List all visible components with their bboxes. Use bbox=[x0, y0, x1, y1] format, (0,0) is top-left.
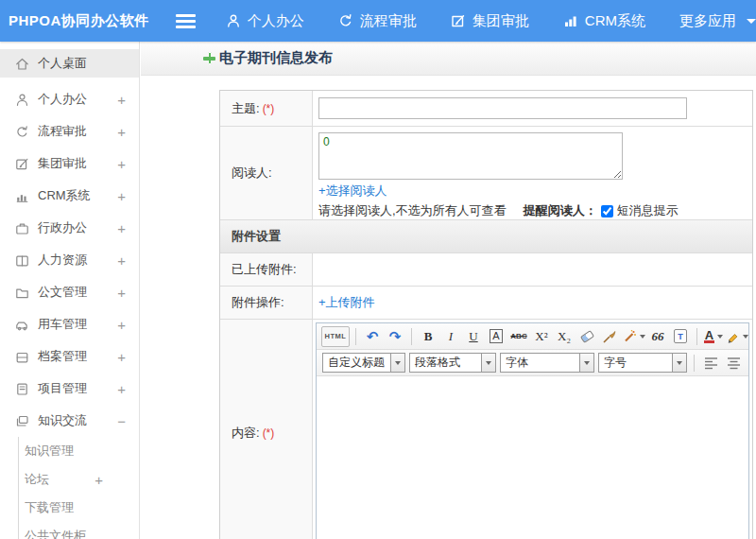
html-source-button[interactable]: HTML bbox=[321, 326, 350, 347]
book-icon bbox=[15, 253, 29, 268]
subject-row: 主题: (*) bbox=[220, 91, 752, 127]
readers-textarea[interactable]: 0 bbox=[318, 132, 623, 180]
font-style-button[interactable]: A bbox=[486, 326, 507, 347]
editor-toolbar-row1: HTML ↶ ↷ B I U A ABC X² X₂ bbox=[317, 323, 748, 350]
editor-toolbar-row2: 自定义标题 段落格式 字体 字号 bbox=[317, 350, 748, 376]
caret-down-icon bbox=[390, 354, 404, 372]
nav-workflow-approval[interactable]: 流程审批 bbox=[338, 12, 417, 30]
main-content: 电子期刊信息发布 主题: (*) 阅读人: 0 +选择阅读人 请选择阅读人,不选… bbox=[141, 42, 756, 539]
top-navigation: 个人办公 流程审批 集团审批 CRM系统 更多应用 bbox=[226, 12, 756, 30]
expand-toggle[interactable]: + bbox=[117, 188, 126, 204]
italic-button[interactable]: I bbox=[440, 326, 461, 347]
eraser-button[interactable] bbox=[576, 326, 597, 347]
heading-select[interactable]: 自定义标题 bbox=[322, 353, 405, 373]
sidebar-item-label: 行政办公 bbox=[38, 219, 87, 236]
sidebar-item-label: 流程审批 bbox=[38, 123, 87, 140]
nav-label: 更多应用 bbox=[679, 12, 736, 30]
nav-crm-system[interactable]: CRM系统 bbox=[563, 12, 645, 30]
sidebar-item-projects[interactable]: 项目管理 + bbox=[0, 373, 139, 405]
sidebar-submenu-knowledge: 知识管理 论坛 + 下载管理 公共文件柜 bbox=[18, 437, 139, 539]
sidebar-item-documents[interactable]: 公文管理 + bbox=[0, 276, 139, 308]
sidebar-subitem-forum[interactable]: 论坛 + bbox=[19, 465, 139, 494]
sidebar-subitem-public-cabinet[interactable]: 公共文件柜 bbox=[19, 522, 139, 539]
sidebar-item-crm[interactable]: CRM系统 + bbox=[0, 180, 139, 212]
attachment-section-header: 附件设置 bbox=[220, 220, 752, 253]
redo-button[interactable]: ↷ bbox=[385, 326, 405, 347]
uploaded-label-cell: 已上传附件: bbox=[220, 253, 313, 286]
sidebar-item-label: 公文管理 bbox=[38, 284, 87, 301]
nav-more-apps[interactable]: 更多应用 bbox=[679, 12, 756, 30]
sidebar-item-label: 项目管理 bbox=[38, 380, 87, 397]
expand-toggle[interactable]: + bbox=[117, 285, 126, 301]
sidebar-item-archives[interactable]: 档案管理 + bbox=[0, 340, 139, 373]
highlight-pen-button[interactable] bbox=[726, 326, 748, 347]
content-row: 内容: (*) HTML ↶ ↷ B I U A bbox=[220, 320, 752, 539]
sidebar-item-label: 用车管理 bbox=[38, 316, 87, 333]
sidebar-item-group-approval[interactable]: 集团审批 + bbox=[0, 148, 139, 180]
select-readers-link[interactable]: +选择阅读人 bbox=[318, 183, 387, 200]
sidebar-item-label: 知识交流 bbox=[38, 412, 87, 429]
page-title: 电子期刊信息发布 bbox=[219, 49, 333, 67]
undo-button[interactable]: ↶ bbox=[362, 326, 383, 347]
editor-content-area[interactable] bbox=[317, 376, 748, 539]
align-center-icon bbox=[727, 356, 741, 370]
strikethrough-button[interactable]: ABC bbox=[508, 326, 529, 347]
bold-button[interactable]: B bbox=[418, 326, 438, 347]
publish-form: 主题: (*) 阅读人: 0 +选择阅读人 请选择阅读人,不选为所有人可查看 提… bbox=[219, 90, 753, 539]
sidebar-item-personal-office[interactable]: 个人办公 + bbox=[0, 83, 139, 115]
align-left-button[interactable] bbox=[700, 353, 721, 374]
sidebar-item-desktop[interactable]: 个人桌面 bbox=[0, 49, 139, 78]
sidebar-item-admin-office[interactable]: 行政办公 + bbox=[0, 212, 139, 244]
collapse-toggle[interactable]: − bbox=[117, 413, 126, 429]
expand-toggle[interactable]: + bbox=[117, 317, 126, 333]
font-family-select[interactable]: 字体 bbox=[500, 353, 594, 373]
attachment-section-title: 附件设置 bbox=[232, 228, 281, 245]
attachment-ops-label: 附件操作: bbox=[232, 294, 284, 311]
underline-button[interactable]: U bbox=[463, 326, 484, 347]
expand-toggle[interactable]: + bbox=[117, 381, 126, 397]
upload-attachment-link[interactable]: +上传附件 bbox=[318, 294, 375, 311]
hamburger-menu-icon[interactable] bbox=[176, 14, 196, 28]
sidebar-subitem-downloads[interactable]: 下载管理 bbox=[19, 494, 139, 522]
sidebar-item-workflow-approval[interactable]: 流程审批 + bbox=[0, 115, 139, 148]
nav-group-approval[interactable]: 集团审批 bbox=[451, 12, 529, 30]
edit-icon bbox=[451, 13, 466, 28]
sidebar-item-label: CRM系统 bbox=[38, 187, 91, 204]
subscript-button[interactable]: X₂ bbox=[554, 326, 575, 347]
uploaded-attachments-label: 已上传附件: bbox=[232, 261, 297, 278]
format-brush-button[interactable] bbox=[599, 326, 620, 347]
font-size-select[interactable]: 字号 bbox=[598, 353, 687, 373]
expand-toggle[interactable]: + bbox=[117, 124, 126, 140]
sidebar-subitem-knowledge-mgmt[interactable]: 知识管理 bbox=[19, 437, 139, 465]
align-center-button[interactable] bbox=[723, 353, 744, 374]
sidebar: 个人桌面 个人办公 + 流程审批 + 集团审批 + CRM系统 + 行政办公 + bbox=[0, 42, 140, 539]
font-color-icon: A bbox=[704, 330, 714, 343]
content-header: 电子期刊信息发布 bbox=[141, 42, 756, 76]
font-color-button[interactable]: A bbox=[703, 326, 724, 347]
caret-down-icon bbox=[747, 19, 756, 24]
expand-toggle[interactable]: + bbox=[94, 472, 103, 488]
subject-input[interactable] bbox=[318, 97, 687, 119]
blockquote-button[interactable]: 66 bbox=[647, 326, 668, 347]
uploaded-attachments-row: 已上传附件: bbox=[220, 253, 752, 287]
expand-toggle[interactable]: + bbox=[117, 220, 126, 236]
layers-icon bbox=[15, 414, 29, 428]
nav-personal-office[interactable]: 个人办公 bbox=[226, 12, 304, 30]
paste-as-text-button[interactable]: T bbox=[670, 326, 691, 347]
sidebar-item-hr[interactable]: 人力资源 + bbox=[0, 244, 139, 276]
sidebar-item-vehicles[interactable]: 用车管理 + bbox=[0, 308, 139, 340]
sms-notify-checkbox[interactable] bbox=[601, 205, 613, 217]
align-right-button[interactable] bbox=[746, 353, 748, 374]
caret-down-icon bbox=[717, 335, 723, 339]
expand-toggle[interactable]: + bbox=[117, 252, 126, 269]
sidebar-item-label: 下载管理 bbox=[25, 499, 74, 516]
green-plus-icon bbox=[203, 52, 215, 64]
paragraph-format-select[interactable]: 段落格式 bbox=[409, 353, 496, 373]
expand-toggle[interactable]: + bbox=[117, 92, 126, 108]
expand-toggle[interactable]: + bbox=[117, 349, 126, 365]
superscript-button[interactable]: X² bbox=[531, 326, 552, 347]
auto-format-button[interactable] bbox=[622, 326, 645, 347]
expand-toggle[interactable]: + bbox=[117, 156, 126, 172]
readers-hint-text: 请选择阅读人,不选为所有人可查看 bbox=[318, 202, 507, 219]
sidebar-item-knowledge[interactable]: 知识交流 − bbox=[0, 405, 139, 437]
